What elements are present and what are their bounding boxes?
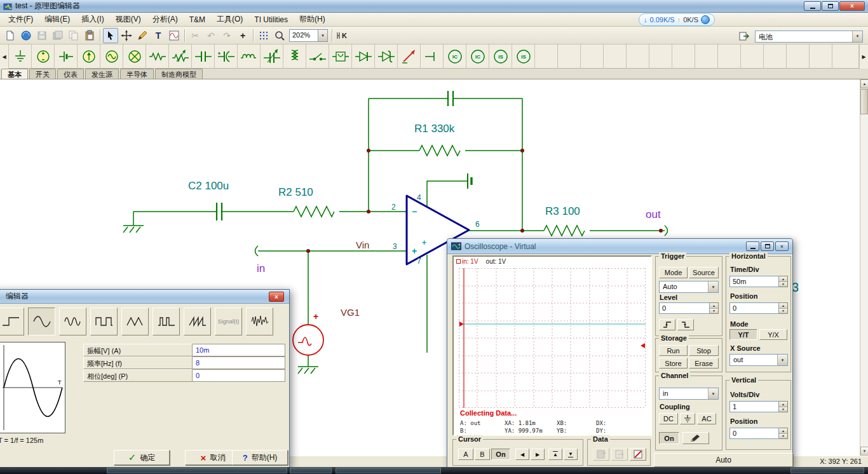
phase-input[interactable]: 0 <box>193 369 285 382</box>
redo-button[interactable]: ↷ <box>219 28 234 43</box>
component-inductor-button[interactable] <box>238 44 261 69</box>
close-button[interactable]: × <box>839 1 865 11</box>
resistor-r1[interactable] <box>419 146 460 156</box>
amplitude-input[interactable]: 10m <box>193 344 285 356</box>
macro-chip-button[interactable]: K <box>335 28 350 43</box>
data-save-button[interactable] <box>593 448 609 461</box>
input-port[interactable] <box>255 246 259 256</box>
dropdown-arrow-icon[interactable]: ▼ <box>708 388 718 399</box>
component-scroll-left[interactable]: ◀ <box>0 44 9 69</box>
component-capacitor-button[interactable] <box>192 44 215 69</box>
spinner-arrows[interactable]: ▲▼ <box>779 302 788 314</box>
scroll-down-icon[interactable]: ▼ <box>860 447 868 456</box>
component-dc-voltage-source-button[interactable] <box>32 44 55 69</box>
label-in[interactable]: in <box>257 262 265 275</box>
menu-view[interactable]: 视图(V) <box>110 12 147 27</box>
trigger-source-button[interactable]: Source <box>689 267 719 278</box>
dropdown-arrow-icon[interactable]: ▼ <box>777 355 787 365</box>
zoom-value[interactable]: 202% <box>289 29 318 42</box>
spinner-arrows[interactable]: ▲▼ <box>710 302 719 314</box>
menu-help[interactable]: 帮助(H) <box>294 12 331 27</box>
waveform-viewer-button[interactable] <box>166 28 182 43</box>
text-tool-button[interactable]: T <box>151 28 166 43</box>
trace-color-button[interactable] <box>682 432 709 444</box>
component-resistor-button[interactable] <box>146 44 169 69</box>
menu-insert[interactable]: 插入(I) <box>76 12 109 27</box>
export-netlist-button[interactable] <box>736 29 752 44</box>
label-out[interactable]: out <box>646 208 661 221</box>
component-open-terminal-button[interactable] <box>421 44 444 69</box>
ground-symbol-vg1[interactable] <box>298 367 318 374</box>
volts-div-value[interactable]: 1 <box>729 401 779 412</box>
move-tool-button[interactable] <box>119 28 134 43</box>
tab-meters[interactable]: 仪表 <box>57 69 84 79</box>
component-probe-button[interactable] <box>398 44 421 69</box>
save-button[interactable] <box>34 28 50 43</box>
zoom-combobox[interactable]: 202% ▼ <box>289 29 328 42</box>
tab-basic[interactable]: 基本 <box>1 69 28 79</box>
label-c2[interactable]: C2 100u <box>188 180 229 193</box>
undo-button[interactable]: ↶ <box>203 28 219 43</box>
grid-toggle-button[interactable] <box>256 28 271 43</box>
taskbar-item[interactable] <box>107 468 287 473</box>
data-export-button[interactable] <box>611 448 628 461</box>
h-position-spinner[interactable]: 0 ▲▼ <box>729 302 788 314</box>
osc-maximize-button[interactable] <box>761 241 774 251</box>
waveform-pulse-button[interactable] <box>153 308 180 335</box>
scrollbar-thumb[interactable] <box>860 89 868 114</box>
trigger-mode-button[interactable]: Mode <box>659 267 688 278</box>
output-port[interactable] <box>665 226 668 236</box>
component-electrolytic-capacitor-button[interactable] <box>215 44 238 69</box>
tab-semiconductors[interactable]: 半导体 <box>120 69 154 79</box>
tab-switches[interactable]: 开关 <box>29 69 56 79</box>
new-file-button[interactable] <box>3 28 18 43</box>
component-is-round-2-button[interactable]: IS <box>512 44 535 69</box>
windows-taskbar[interactable] <box>0 467 868 474</box>
resistor-r3[interactable] <box>544 226 585 236</box>
data-clear-button[interactable] <box>630 448 646 461</box>
v-position-value[interactable]: 0 <box>729 428 779 439</box>
canvas-vertical-scrollbar[interactable]: ▲ ▼ <box>860 79 868 456</box>
editor-dialog-titlebar[interactable]: 编辑器 × <box>0 290 289 304</box>
erase-button[interactable]: Erase <box>689 358 719 369</box>
x-source-dropdown[interactable]: out ▼ <box>729 354 788 366</box>
component-ground-button[interactable] <box>9 44 32 69</box>
spinner-arrows[interactable]: ▲▼ <box>779 428 788 439</box>
channel-on-button[interactable]: On <box>659 432 679 444</box>
cursor-left-button[interactable]: ◀ <box>515 449 529 460</box>
run-button[interactable]: Run <box>659 345 688 356</box>
spinner-arrows[interactable]: ▲▼ <box>779 401 788 412</box>
waveform-signal-button[interactable]: Signal(t) <box>215 308 242 335</box>
cursor-on-button[interactable]: On <box>491 449 510 460</box>
time-div-value[interactable]: 50m <box>729 276 779 287</box>
select-cursor-button[interactable] <box>103 28 118 43</box>
store-button[interactable]: Store <box>659 358 688 369</box>
trigger-falling-edge-button[interactable] <box>677 319 694 330</box>
waveform-sawtooth-button[interactable] <box>184 308 211 335</box>
trigger-level-value[interactable]: 0 <box>659 302 710 314</box>
trigger-level-spinner[interactable]: 0 ▲▼ <box>659 302 719 314</box>
maximize-button[interactable] <box>822 1 839 11</box>
spinner-arrows[interactable]: ▲▼ <box>779 276 788 287</box>
resistor-r2[interactable] <box>294 207 334 217</box>
ok-button[interactable]: ✓ 确定 <box>114 450 170 465</box>
waveform-triangle-button[interactable] <box>121 308 149 335</box>
label-r3[interactable]: R3 100 <box>545 205 580 218</box>
cursor-top-button[interactable]: ▲ <box>548 449 562 460</box>
waveform-double-sine-button[interactable] <box>59 308 86 335</box>
component-potentiometer-button[interactable] <box>169 44 192 69</box>
waveform-noise-button[interactable] <box>246 308 273 335</box>
component-is-round-1-button[interactable]: IS <box>489 44 512 69</box>
menu-file[interactable]: 文件(F) <box>3 12 39 27</box>
pencil-button[interactable] <box>135 28 150 43</box>
editor-close-button[interactable]: × <box>269 292 284 302</box>
osc-close-button[interactable]: × <box>775 241 789 251</box>
coupling-ac-button[interactable]: AC <box>697 413 716 424</box>
copy-button[interactable] <box>66 28 81 43</box>
volts-div-spinner[interactable]: 1 ▲▼ <box>729 401 788 412</box>
open-button[interactable] <box>18 28 34 43</box>
capacitor-c2[interactable] <box>217 203 222 220</box>
channel-dropdown[interactable]: in ▼ <box>659 388 719 400</box>
tab-sources[interactable]: 发生源 <box>85 69 119 79</box>
zoom-dropdown-arrow-icon[interactable]: ▼ <box>318 29 328 42</box>
